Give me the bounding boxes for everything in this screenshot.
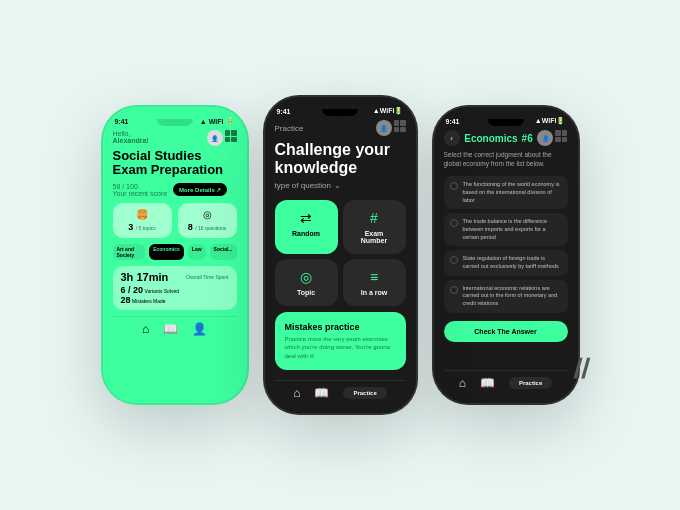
p2-chevron-icon: ⌄ xyxy=(334,181,341,190)
p1-subject: Social Studies Exam Preparation xyxy=(113,149,237,178)
p2-card-topic[interactable]: ◎ Topic xyxy=(275,259,338,306)
p2-avatar-group: 👤 xyxy=(376,120,406,136)
p1-nav-book-icon[interactable]: 📖 xyxy=(163,322,178,336)
subject-tag-4: Social... xyxy=(210,244,237,260)
p1-mistakes-row: 28 Mistakes Made xyxy=(121,295,229,305)
p3-nav-home-icon[interactable]: ⌂ xyxy=(459,376,466,390)
p1-time-section: 3h 17min Overall Time Spent 6 / 20 Varia… xyxy=(113,266,237,310)
p1-name: Alexandra! xyxy=(113,137,149,144)
p1-avatar: 👤 xyxy=(207,130,223,146)
p3-practice-button[interactable]: Practice xyxy=(509,377,552,389)
p3-subject-label: Economics xyxy=(464,133,517,144)
subject-tag-2[interactable]: Economics xyxy=(149,244,184,260)
p3-option-text-3: State regulation of foreign trade is car… xyxy=(463,255,562,270)
status-icons-2: ▲WiFi🔋 xyxy=(373,107,404,115)
p3-option-text-1: The functioning of the world economy is … xyxy=(463,181,562,204)
decorative-slash: // xyxy=(573,353,591,385)
notch-2 xyxy=(322,109,358,116)
p1-score: 58 / 100 Your recent score xyxy=(113,183,168,197)
p1-bottom-nav: ⌂ 📖 👤 xyxy=(113,316,237,341)
p2-avatar: 👤 xyxy=(376,120,392,136)
p2-card-random[interactable]: ⇄ Random xyxy=(275,200,338,254)
p3-option-3[interactable]: State regulation of foreign trade is car… xyxy=(444,250,568,275)
p3-nav-book-icon[interactable]: 📖 xyxy=(480,376,495,390)
p2-random-label: Random xyxy=(292,230,320,237)
app-scene: 9:41 ▲ WiFi 🔋 Hello, Alexandra! 👤 xyxy=(101,95,580,415)
p1-topics-icon: 🍔 xyxy=(119,209,166,220)
p2-practice-label: Practice xyxy=(275,124,304,133)
p1-nav-home-icon[interactable]: ⌂ xyxy=(142,322,149,336)
p3-check-answer-button[interactable]: Check The Answer xyxy=(444,321,568,342)
p2-header: Practice 👤 xyxy=(275,120,406,136)
p1-score-row: 58 / 100 Your recent score More Details … xyxy=(113,183,237,197)
p2-nav-home-icon[interactable]: ⌂ xyxy=(293,386,300,400)
p2-exam-icon: # xyxy=(370,210,378,226)
p1-stat-questions: ◎ 8 / 16 questions xyxy=(178,203,237,238)
p2-title: Challenge your knowledge xyxy=(275,141,406,178)
p3-option-text-4: International economic relations are car… xyxy=(463,285,562,308)
p2-nav-book-icon[interactable]: 📖 xyxy=(314,386,329,400)
p1-hello: Hello, xyxy=(113,130,149,137)
p2-practice-button[interactable]: Practice xyxy=(343,387,386,399)
p1-time-row: 3h 17min Overall Time Spent xyxy=(121,271,229,283)
notch-1 xyxy=(157,119,193,126)
status-time-1: 9:41 xyxy=(115,118,129,125)
subject-tag-3: Law xyxy=(188,244,206,260)
p2-type-label: type of question xyxy=(275,181,331,190)
p1-questions-icon: ◎ xyxy=(184,209,231,220)
p1-subjects: Art and Society Economics Law Social... xyxy=(113,244,237,260)
p1-topics-value: 3 / 5 topics xyxy=(119,222,166,232)
p3-radio-4[interactable] xyxy=(450,286,458,294)
p1-stats-row: 🍔 3 / 5 topics ◎ 8 / 16 questions xyxy=(113,203,237,238)
p1-header: Hello, Alexandra! 👤 xyxy=(113,130,237,146)
p1-time-label: Overall Time Spent xyxy=(186,274,229,280)
p3-option-4[interactable]: International economic relations are car… xyxy=(444,280,568,313)
status-time-2: 9:41 xyxy=(277,108,291,115)
p3-radio-2[interactable] xyxy=(450,219,458,227)
p1-stat-topics: 🍔 3 / 5 topics xyxy=(113,203,172,238)
p2-bottom-nav: ⌂ 📖 Practice xyxy=(275,380,406,405)
p1-avatar-group: 👤 xyxy=(207,130,237,146)
p1-details-button[interactable]: More Details ↗ xyxy=(173,183,227,196)
phone-1: 9:41 ▲ WiFi 🔋 Hello, Alexandra! 👤 xyxy=(101,105,249,405)
p3-bottom-nav: ⌂ 📖 Practice xyxy=(444,370,568,395)
p2-topic-label: Topic xyxy=(297,289,315,296)
status-icons-3: ▲WiFi🔋 xyxy=(535,117,566,125)
p1-nav-user-icon[interactable]: 👤 xyxy=(192,322,207,336)
p1-questions-value: 8 / 16 questions xyxy=(184,222,231,232)
p3-avatar: 👤 xyxy=(537,130,553,146)
subject-tag-1: Art and Society xyxy=(113,244,146,260)
p3-header: ‹ Economics #6 👤 xyxy=(444,130,568,146)
p3-question-text: Select the correct judgment about the gl… xyxy=(444,150,568,168)
p2-topic-icon: ◎ xyxy=(300,269,312,285)
p2-mistakes-title: Mistakes practice xyxy=(285,322,396,332)
status-time-3: 9:41 xyxy=(446,118,460,125)
p3-radio-1[interactable] xyxy=(450,182,458,190)
status-icons-1: ▲ WiFi 🔋 xyxy=(200,117,235,125)
p2-row-label: In a row xyxy=(361,289,387,296)
p1-time-value: 3h 17min xyxy=(121,271,169,283)
p2-exam-label: Exam Number xyxy=(351,230,398,244)
p2-mistakes-desc: Practice more the very exam exercises wh… xyxy=(285,335,396,360)
p3-question-number: #6 xyxy=(522,133,533,144)
phone-2: 9:41 ▲WiFi🔋 Practice 👤 xyxy=(263,95,418,415)
p2-card-exam-number[interactable]: # Exam Number xyxy=(343,200,406,254)
p2-type-row[interactable]: type of question ⌄ xyxy=(275,181,406,190)
p2-row-icon: ≡ xyxy=(370,269,378,285)
p1-solved-row: 6 / 20 Variants Solved xyxy=(121,285,229,295)
p2-mistakes-card[interactable]: Mistakes practice Practice more the very… xyxy=(275,312,406,370)
p3-options-list: The functioning of the world economy is … xyxy=(444,176,568,313)
p3-option-1[interactable]: The functioning of the world economy is … xyxy=(444,176,568,209)
p3-avatar-group: 👤 xyxy=(537,130,567,146)
p1-greeting-block: Hello, Alexandra! xyxy=(113,130,149,144)
p2-random-icon: ⇄ xyxy=(300,210,312,226)
p2-card-in-a-row[interactable]: ≡ In a row xyxy=(343,259,406,306)
p3-option-2[interactable]: The trade balance is the difference betw… xyxy=(444,213,568,246)
p3-back-button[interactable]: ‹ xyxy=(444,130,460,146)
p3-option-text-2: The trade balance is the difference betw… xyxy=(463,218,562,241)
p1-grid-icon xyxy=(225,130,237,142)
phone-3: 9:41 ▲WiFi🔋 ‹ Economics #6 👤 xyxy=(432,105,580,405)
p2-question-types-grid: ⇄ Random # Exam Number ◎ Topic ≡ In a ro… xyxy=(275,200,406,306)
notch-3 xyxy=(488,119,524,126)
p3-radio-3[interactable] xyxy=(450,256,458,264)
